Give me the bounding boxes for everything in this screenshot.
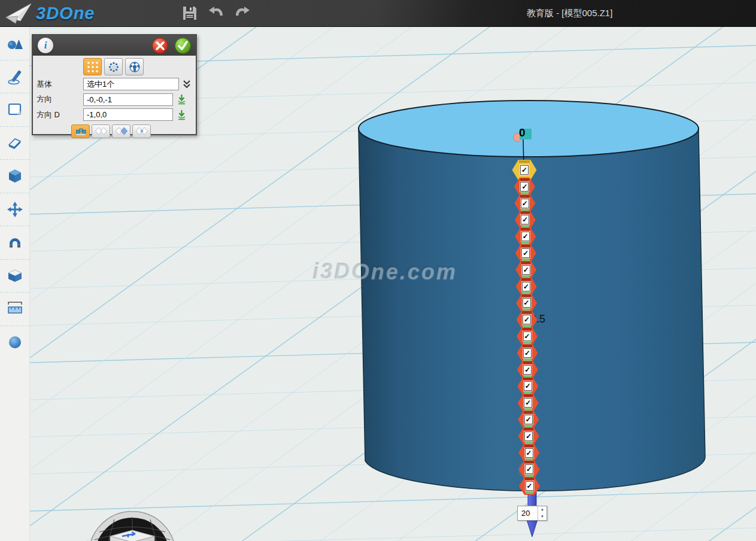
view-navigation-cube[interactable] (57, 511, 207, 541)
instance-count-box: ▲ ▼ (517, 506, 547, 521)
instance-checkbox[interactable]: ✓ (520, 165, 529, 175)
direction-input[interactable] (83, 93, 173, 106)
save-icon[interactable] (181, 4, 199, 22)
instances-icon (73, 125, 89, 137)
count-spinner: ▲ ▼ (538, 506, 546, 520)
sphere-pattern-icon (127, 60, 142, 74)
circular-pattern-icon (107, 60, 121, 74)
instance-checkbox[interactable]: ✓ (521, 248, 530, 258)
window-title: 教育版 - [模型005.Z1] (527, 8, 612, 19)
logo-text: 3DOne (36, 4, 95, 23)
pattern-dialog: i (32, 34, 197, 135)
pick-direction-d-icon[interactable] (177, 110, 187, 120)
confirm-icon[interactable] (175, 38, 191, 54)
measure-icon (6, 300, 24, 318)
field-label-direction-d: 方向 D (37, 110, 83, 120)
watermark: i3DOne.com (313, 259, 457, 284)
sidebar-item-sketch-plane[interactable] (0, 93, 30, 127)
instance-checkbox[interactable]: ✓ (523, 298, 531, 308)
linear-pattern-icon (86, 60, 99, 74)
field-row-direction-d: 方向 D (33, 107, 196, 123)
primitives-icon (6, 34, 24, 52)
diamond-blue-icon (114, 125, 129, 137)
sidebar-item-combine[interactable] (0, 260, 30, 293)
instance-checkbox[interactable]: ✓ (526, 481, 534, 491)
origin-label: 0 (519, 126, 526, 139)
sidebar-item-eraser[interactable] (0, 127, 30, 160)
sidebar-item-material[interactable] (0, 326, 30, 360)
instance-checkbox[interactable]: ✓ (523, 315, 531, 324)
instance-checkbox[interactable]: ✓ (521, 215, 529, 224)
spinner-up-icon[interactable]: ▲ (538, 506, 546, 513)
pick-direction-icon[interactable] (177, 94, 187, 105)
pattern-variant-buttons (33, 123, 196, 138)
instance-checkbox[interactable]: ✓ (521, 199, 529, 208)
instance-count-input[interactable] (518, 506, 538, 520)
instance-checkbox[interactable]: ✓ (522, 265, 530, 275)
dialog-title-bar[interactable]: i (33, 35, 196, 56)
base-input[interactable] (83, 78, 179, 90)
instance-checkbox[interactable]: ✓ (525, 448, 533, 458)
undo-icon[interactable] (207, 4, 225, 22)
pattern-type-tabs (33, 56, 196, 77)
field-label-base: 基体 (37, 79, 83, 90)
sphere-icon (6, 333, 24, 351)
instance-checkbox[interactable]: ✓ (525, 464, 533, 474)
cube-icon (6, 167, 24, 185)
application-window: 3DOne 教育版 - [模型005.Z1] (0, 0, 756, 541)
sidebar-item-constraint[interactable] (0, 226, 30, 260)
title-bar: 3DOne 教育版 - [模型005.Z1] (0, 0, 756, 27)
instance-checkbox[interactable]: ✓ (523, 348, 532, 358)
instance-checkbox[interactable]: ✓ (524, 381, 532, 391)
instance-checkbox[interactable]: ✓ (523, 332, 532, 341)
instance-checkbox[interactable]: ✓ (520, 182, 529, 192)
combine-icon (6, 267, 24, 285)
spinner-down-icon[interactable]: ▼ (538, 513, 546, 521)
sketch-plane-icon (6, 101, 24, 118)
instance-checkbox[interactable]: ✓ (524, 398, 532, 408)
sidebar-item-move[interactable] (0, 193, 30, 227)
field-row-direction: 方向 (33, 92, 196, 108)
diamond-pair-icon (93, 125, 109, 137)
expand-chevron-icon[interactable] (183, 80, 191, 89)
sidebar-item-primitives[interactable] (0, 27, 30, 60)
variant-diamond-pair-button[interactable] (92, 124, 110, 138)
info-icon[interactable]: i (38, 38, 53, 53)
instance-checkbox[interactable]: ✓ (521, 232, 530, 241)
sidebar-item-measure[interactable] (0, 293, 30, 326)
app-logo: 3DOne (0, 2, 120, 25)
redo-icon[interactable] (233, 4, 251, 22)
variant-instances-button[interactable] (71, 124, 90, 138)
tool-sidebar (0, 27, 30, 541)
direction-d-input[interactable] (83, 108, 173, 121)
variant-diamond-blue-button[interactable] (112, 124, 130, 138)
instance-checkbox[interactable]: ✓ (524, 431, 533, 441)
field-label-direction: 方向 (37, 94, 83, 105)
cancel-icon[interactable] (152, 38, 168, 54)
sketch-pencil-icon (6, 68, 24, 86)
paper-plane-icon (5, 2, 32, 25)
instance-checkbox[interactable]: ✓ (522, 282, 530, 291)
variant-diamond-dot-button[interactable] (132, 124, 151, 138)
field-row-base: 基体 (33, 77, 196, 92)
instance-checkbox[interactable]: ✓ (524, 415, 533, 424)
tab-linear-pattern[interactable] (83, 58, 102, 75)
sidebar-item-solid[interactable] (0, 160, 30, 193)
sidebar-item-sketch[interactable] (0, 60, 30, 94)
eraser-icon (6, 134, 24, 152)
diamond-dot-icon (134, 125, 150, 137)
magnet-icon (6, 233, 24, 251)
tab-circular-pattern[interactable] (104, 58, 123, 75)
tab-point-pattern[interactable] (125, 58, 144, 75)
3d-viewport[interactable]: i3DOne.com ✓✓✓✓✓✓✓✓✓✓✓✓✓✓✓✓✓✓✓✓ 0 3.5 ▲ … (30, 27, 756, 541)
instance-checkbox[interactable]: ✓ (523, 365, 532, 375)
move-arrows-icon (6, 200, 24, 218)
